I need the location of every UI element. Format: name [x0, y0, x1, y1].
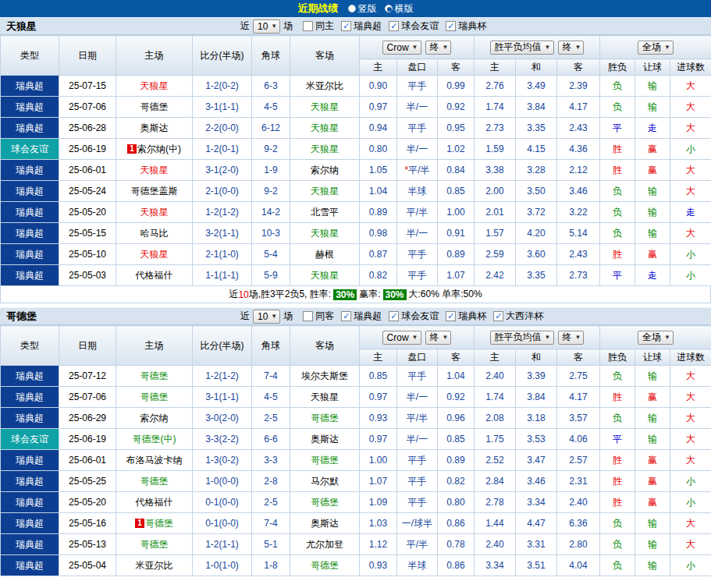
mean-home-cell: 2.76	[475, 76, 516, 97]
away-team-cell: 天狼星	[290, 118, 360, 139]
filter-checkbox[interactable]: ✓瑞典杯	[446, 19, 486, 33]
col-header-corner: 角球	[252, 326, 290, 366]
col-header-home: 主场	[116, 36, 193, 76]
odds-away-cell: 1.02	[438, 139, 475, 160]
league-type-cell: 球会友谊	[1, 139, 59, 160]
result-handicap-cell: 走	[635, 265, 670, 286]
away-team-cell: 奥斯达	[290, 429, 360, 450]
bookmaker-select[interactable]: Crow▼	[382, 331, 421, 345]
date-cell: 25-05-20	[59, 492, 116, 513]
mean-away-cell: 2.57	[557, 450, 600, 471]
chevron-down-icon: ▼	[271, 23, 277, 30]
layout-radio-label: 横版	[395, 2, 414, 16]
match-row: 瑞典超25-05-161哥德堡0-1(0-0)7-4奥斯达1.03一/球半0.8…	[1, 513, 711, 534]
corner-cell: 2-5	[252, 492, 290, 513]
handicap-line-cell: 平手	[397, 76, 438, 97]
recent-count-select[interactable]: 10▼	[253, 19, 280, 34]
team-label: 布洛马波卡纳	[126, 455, 183, 466]
league-type-cell: 瑞典超	[1, 265, 59, 286]
odds-away-cell: 0.89	[438, 450, 475, 471]
chevron-down-icon: ▼	[575, 44, 581, 51]
mean-home-cell: 2.40	[475, 366, 516, 387]
mean-stage-select[interactable]: 终▼	[558, 331, 585, 345]
mean-odds-select[interactable]: 胜平负均值▼	[490, 41, 554, 55]
filter-checkbox[interactable]: ✓瑞典超	[341, 19, 382, 33]
radio-icon	[348, 5, 356, 12]
team-label: 北雪平	[311, 207, 339, 218]
match-row: 瑞典超25-06-01天狼星3-1(2-0)1-9索尔纳1.05*平/半0.84…	[1, 160, 711, 181]
handicap-line-cell: 平手	[397, 118, 438, 139]
section-header-bar: 天狼星 近 10▼ 场 同主✓瑞典超✓球会友谊✓瑞典杯	[0, 17, 711, 35]
title-bar: 近期战绩 竖版横版	[0, 0, 711, 17]
odds-stage-select[interactable]: 终▼	[425, 331, 452, 345]
mean-home-cell: 3.34	[475, 555, 516, 576]
mean-stage-select[interactable]: 终▼	[558, 41, 585, 55]
team-label: 埃尔夫斯堡	[301, 370, 348, 381]
sub-header-line: 盘口	[397, 349, 438, 366]
mean-odds-select[interactable]: 胜平负均值▼	[490, 331, 554, 345]
odds-home-cell: 0.82	[360, 265, 397, 286]
match-row: 瑞典超25-05-10天狼星2-1(1-0)5-4赫根0.87平手0.892.5…	[1, 244, 711, 265]
team-label: 哥德堡	[140, 101, 169, 112]
layout-radio-option[interactable]: 横版	[385, 2, 414, 16]
filter-checkbox[interactable]: 同主	[303, 19, 334, 33]
odds-home-cell: 1.05	[360, 160, 397, 181]
bookmaker-select[interactable]: Crow▼	[382, 41, 421, 55]
odds-away-cell: 0.82	[438, 471, 475, 492]
away-team-cell: 哥德堡	[290, 450, 360, 471]
team-label: 天狼星	[311, 101, 339, 112]
home-team-cell: 哥德堡	[116, 387, 193, 408]
date-cell: 25-07-06	[59, 97, 116, 118]
filter-checkbox-label: 同主	[315, 19, 334, 33]
result-wdl-cell: 负	[600, 555, 635, 576]
result-handicap-cell: 赢	[635, 492, 670, 513]
away-team-cell: 天狼星	[290, 181, 360, 202]
select-value: 终	[430, 331, 439, 344]
mean-header-group: 胜平负均值▼ 终▼	[475, 36, 600, 59]
corner-cell: 5-4	[252, 244, 290, 265]
layout-radio-option[interactable]: 竖版	[348, 2, 377, 16]
away-team-cell: 天狼星	[290, 223, 360, 244]
away-team-cell: 马尔默	[290, 471, 360, 492]
summary-text: 10	[238, 289, 248, 300]
mean-away-cell: 2.40	[557, 492, 600, 513]
score-cell: 0-1(0-0)	[193, 513, 252, 534]
away-team-cell: 天狼星	[290, 387, 360, 408]
filter-checkbox[interactable]: ✓瑞典杯	[446, 310, 486, 323]
col-header-away: 客场	[290, 326, 360, 366]
filter-checkbox[interactable]: ✓球会友谊	[389, 19, 439, 33]
mean-home-cell: 2.52	[475, 450, 516, 471]
recent-count-select[interactable]: 10▼	[253, 310, 280, 324]
league-type-cell: 瑞典超	[1, 76, 59, 97]
away-team-cell: 尤尔加登	[290, 534, 360, 555]
col-header-date: 日期	[59, 36, 116, 76]
filter-checkbox[interactable]: ✓球会友谊	[389, 310, 439, 323]
mean-away-cell: 4.06	[557, 429, 600, 450]
score-cell: 1-2(1-1)	[193, 534, 252, 555]
filter-checkbox[interactable]: ✓瑞典超	[341, 310, 382, 323]
league-type-cell: 瑞典超	[1, 97, 59, 118]
odds-home-cell: 0.93	[360, 555, 397, 576]
col-header-score: 比分(半场)	[193, 36, 252, 76]
home-team-cell: 天狼星	[116, 76, 193, 97]
scope-select[interactable]: 全场▼	[638, 41, 674, 55]
result-handicap-cell: 输	[635, 555, 670, 576]
date-cell: 25-06-28	[59, 118, 116, 139]
filter-checkbox[interactable]: ✓大西洋杯	[493, 310, 543, 323]
result-wdl-cell: 负	[600, 408, 635, 429]
odds-stage-select[interactable]: 终▼	[425, 41, 452, 55]
filter-checkbox[interactable]: 同客	[303, 310, 334, 323]
odds-home-cell: 1.09	[360, 492, 397, 513]
team-label: 索尔纳	[311, 165, 339, 175]
summary-text: 大:60% 单率:50%	[409, 288, 482, 301]
league-type-cell: 瑞典超	[1, 160, 59, 181]
sub-header-odds-away: 客	[438, 59, 475, 76]
score-cell: 1-2(1-2)	[193, 366, 252, 387]
handicap-line-cell: 平/半	[397, 202, 438, 223]
date-cell: 25-05-13	[59, 534, 116, 555]
date-cell: 25-05-20	[59, 202, 116, 223]
match-row: 瑞典超25-07-06哥德堡3-1(1-1)4-5天狼星0.97半/一0.921…	[1, 387, 711, 408]
scope-select[interactable]: 全场▼	[638, 331, 674, 345]
result-goals-cell: 大	[670, 387, 711, 408]
result-wdl-cell: 胜	[600, 244, 635, 265]
